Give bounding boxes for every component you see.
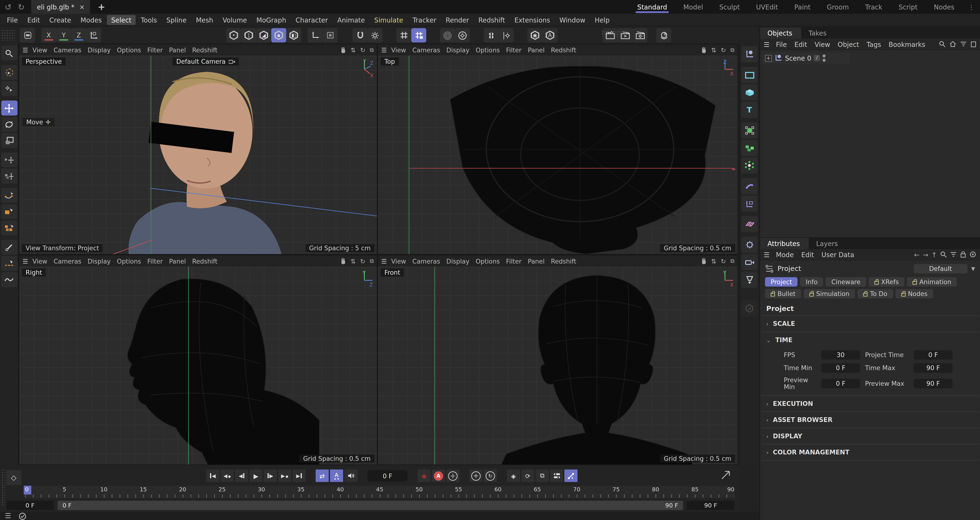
menu-mograph[interactable]: MoGraph [252,15,291,25]
preset-dropdown[interactable]: Default [914,264,967,274]
quantize-lock-icon[interactable] [411,28,426,43]
keyframe-rotation-toggle[interactable]: ⟳ [521,469,535,482]
pan-hand-icon[interactable] [700,46,707,53]
search-icon[interactable] [939,41,946,48]
attr-tab-bullet[interactable]: Bullet [765,289,801,299]
filter-icon[interactable] [960,41,967,47]
menu-render[interactable]: Render [441,15,473,25]
tool-transform-button[interactable] [1,152,17,167]
range-current-field[interactable]: 0 F [6,500,54,510]
vp-menu-filter[interactable]: Filter [506,46,522,53]
add-camera-button[interactable] [741,254,758,270]
record-rotation-toggle[interactable]: ↻ [484,469,497,482]
asset-capsule-icon[interactable]: A [542,28,557,43]
dolly-icon[interactable]: ⇅ [711,46,716,53]
keyframe-scale-toggle[interactable]: ⧉ [536,469,549,482]
workspace-track[interactable]: Track [857,0,890,14]
editor-visibility-dot[interactable] [822,54,826,57]
add-generator-button[interactable] [741,157,758,174]
tool-zoom-button[interactable] [1,46,17,60]
add-spline-button[interactable] [741,67,758,83]
preview-range-bar[interactable]: 0 F 90 F [57,500,683,510]
vp-menu-view[interactable]: View [391,46,406,53]
fps-field[interactable]: 30 [821,350,860,360]
workspace-sculpt[interactable]: Sculpt [711,0,748,14]
axis-gizmo[interactable]: YZ [355,269,374,292]
attr-tab-project[interactable]: Project [765,277,798,287]
polygons-mode-button[interactable]: ◢ [256,28,271,43]
close-icon[interactable]: ✕ [80,3,84,10]
workspace-nodes[interactable]: Nodes [926,0,963,14]
symmetry-settings-icon[interactable] [499,28,514,43]
objects-menu-bookmarks[interactable]: Bookmarks [885,40,929,48]
tab-layers[interactable]: Layers [808,238,846,249]
undo-icon[interactable]: ↺ [3,2,13,12]
menu-select[interactable]: Select [107,15,136,25]
lock-x-axis-button[interactable]: X [41,28,56,43]
vp-menu-options[interactable]: Options [117,46,141,53]
interactive-render-region-icon[interactable] [656,28,671,43]
model-mode-button[interactable]: ▪ [271,28,286,43]
dolly-icon[interactable]: ⇅ [711,258,716,265]
attr-tab-animation[interactable]: Animation [907,277,957,287]
hamburger-icon[interactable]: ☰ [764,251,770,258]
pan-hand-icon[interactable] [340,46,346,53]
hamburger-icon[interactable]: ☰ [22,258,28,265]
vp-menu-cameras[interactable]: Cameras [54,258,81,265]
workspace-overflow-icon[interactable]: ⋮ [968,3,974,10]
hamburger-icon[interactable]: ☰ [381,46,387,53]
add-volume-button[interactable] [741,140,758,156]
vp-menu-display[interactable]: Display [446,258,469,265]
orbit-icon[interactable]: ↻ [721,258,726,265]
vp-menu-display[interactable]: Display [446,46,469,53]
tool-move-button[interactable] [1,100,17,115]
add-text-button[interactable]: T [741,102,758,118]
layer-toggle-icon[interactable]: ∕ [814,55,820,61]
vp-menu-redshift[interactable]: Redshift [192,258,217,265]
scene-object-row[interactable]: + Scene 0 ∕ [763,52,850,63]
add-material-button[interactable] [741,300,758,317]
attr-menu-userdata[interactable]: User Data [818,250,858,259]
falloff-icon[interactable] [440,28,455,43]
section-time[interactable]: ⌄ TIME [760,332,980,348]
vp-menu-options[interactable]: Options [476,46,500,53]
menu-character[interactable]: Character [291,15,332,25]
dolly-icon[interactable]: ⇅ [350,46,356,53]
vp-menu-filter[interactable]: Filter [506,258,522,265]
project-time-field[interactable]: 0 F [914,350,953,360]
workspace-script[interactable]: Script [890,0,926,14]
menu-help[interactable]: Help [590,15,614,25]
orbit-icon[interactable]: ↻ [721,46,726,53]
time-min-field[interactable]: 0 F [821,363,860,373]
loop-mode-button[interactable]: ⇄ [315,469,329,482]
add-environment-button[interactable] [741,236,758,253]
vp-menu-view[interactable]: View [391,258,406,265]
pan-hand-icon[interactable] [340,258,346,265]
menu-tracker[interactable]: Tracker [408,15,441,25]
record-position-toggle[interactable]: ✛ [469,469,482,482]
add-deformer-button[interactable] [741,178,758,194]
attr-tab-xrefs[interactable]: XRefs [869,277,904,287]
vp-menu-options[interactable]: Options [476,258,500,265]
orbit-icon[interactable]: ↻ [360,46,365,53]
tool-scale-button[interactable] [1,133,17,148]
viewport-top[interactable]: ☰ View Cameras Display Options Filter Pa… [377,44,738,255]
camera-label-chip[interactable]: Default Camera [173,57,239,66]
viewport-right[interactable]: ☰ View Cameras Display Options Filter Pa… [19,255,377,465]
vp-menu-options[interactable]: Options [117,258,141,265]
document-tab[interactable]: eli glb.glb * ✕ [31,0,90,14]
play-button[interactable]: ▶ [250,469,262,482]
maximize-view-icon[interactable]: ⧉ [370,258,374,265]
add-light-button[interactable] [741,272,758,288]
workplane-icon[interactable] [20,28,35,43]
tool-live-selection-button[interactable]: ▸ [1,65,17,80]
points-mode-button[interactable]: • [226,28,241,43]
goto-end-button[interactable]: ▶ [293,469,305,482]
add-subdivision-surface-button[interactable] [741,122,758,139]
workspace-standard[interactable]: Standard [629,0,675,14]
tool-spline-pen-button[interactable] [1,188,17,203]
tool-primitive-cube-button[interactable] [1,220,17,235]
viewport-top-canvas[interactable]: ► Top ZX Grid Spacing : 0.5 cm [378,55,738,254]
viewport-perspective-canvas[interactable]: Perspective Default Camera Move✛ YZX Vie… [19,55,377,254]
tab-objects[interactable]: Objects [760,27,801,39]
